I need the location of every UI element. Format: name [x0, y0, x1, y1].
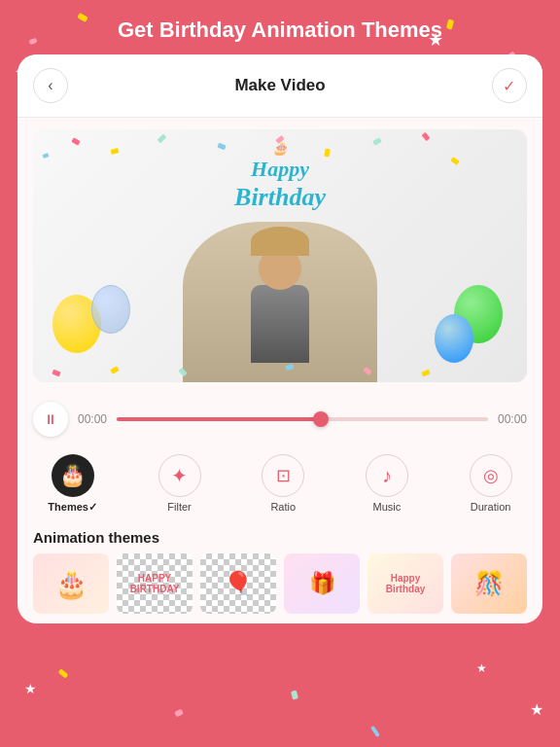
themes-icon: 🎂	[59, 463, 86, 488]
tab-duration[interactable]: ◎ Duration	[462, 450, 520, 517]
confirm-button[interactable]: ✓	[492, 68, 527, 103]
filter-label: Filter	[167, 501, 191, 513]
theme-2-icon: HAPPYBIRTHDAY	[130, 573, 180, 594]
playback-row: ⏸ 00:00 00:00	[33, 402, 527, 437]
tab-filter[interactable]: ✦ Filter	[151, 450, 209, 517]
ratio-icon-bg: ⊡	[262, 454, 304, 497]
duration-label: Duration	[471, 501, 511, 513]
tab-ratio[interactable]: ⊡ Ratio	[254, 450, 312, 517]
duration-icon-bg: ◎	[470, 454, 512, 497]
theme-item-4[interactable]: 🎁	[284, 553, 360, 614]
music-icon-bg: ♪	[366, 454, 408, 497]
main-card: ‹ Make Video ✓ 🎂 Happy Birth	[18, 54, 542, 623]
card-header: ‹ Make Video ✓	[18, 54, 542, 118]
theme-item-3[interactable]: 🎈	[200, 553, 276, 614]
birthday-text-overlay: 🎂 Happy Birthday	[234, 141, 326, 212]
themes-label: Themes✓	[48, 501, 97, 514]
theme-5-icon: HappyBirthday	[386, 573, 426, 594]
progress-bar[interactable]	[117, 417, 488, 421]
theme-item-5[interactable]: HappyBirthday	[368, 553, 443, 614]
themes-row: 🎂 HAPPYBIRTHDAY 🎈 🎁 HappyBirthday 🎊	[33, 553, 527, 614]
video-preview: 🎂 Happy Birthday	[33, 129, 527, 382]
playback-controls: ⏸ 00:00 00:00	[18, 394, 542, 443]
progress-fill	[117, 417, 321, 421]
theme-6-icon: 🎊	[474, 570, 504, 597]
theme-1-icon: 🎂	[54, 568, 88, 600]
progress-thumb[interactable]	[313, 411, 329, 427]
music-icon: ♪	[382, 465, 392, 487]
balloon-blue	[435, 314, 473, 363]
animation-themes-section: Animation themes 🎂 HAPPYBIRTHDAY 🎈 🎁 Hap…	[18, 523, 542, 623]
tab-music[interactable]: ♪ Music	[358, 450, 416, 517]
theme-4-icon: 🎁	[309, 571, 335, 596]
theme-item-6[interactable]: 🎊	[451, 553, 527, 614]
filter-icon-bg: ✦	[158, 454, 201, 497]
themes-icon-bg: 🎂	[52, 454, 94, 497]
tab-themes[interactable]: 🎂 Themes✓	[40, 450, 105, 517]
tool-tabs: 🎂 Themes✓ ✦ Filter ⊡ Ratio ♪ Music	[18, 443, 542, 523]
back-icon: ‹	[48, 77, 52, 94]
card-title: Make Video	[234, 76, 325, 95]
duration-icon: ◎	[483, 465, 499, 486]
ratio-icon: ⊡	[276, 465, 291, 486]
pause-icon: ⏸	[44, 411, 57, 427]
page-title: Get Birthday Animation Themes	[0, 0, 560, 54]
current-time: 00:00	[78, 412, 107, 426]
pause-button[interactable]: ⏸	[33, 402, 68, 437]
back-button[interactable]: ‹	[33, 68, 68, 103]
ratio-label: Ratio	[270, 501, 296, 513]
themes-section-title: Animation themes	[33, 529, 527, 546]
check-icon: ✓	[503, 77, 515, 95]
theme-item-2[interactable]: HAPPYBIRTHDAY	[117, 553, 192, 614]
balloon-transparent	[91, 285, 130, 334]
filter-icon: ✦	[171, 464, 188, 487]
end-time: 00:00	[498, 412, 527, 426]
theme-3-icon: 🎈	[224, 570, 253, 597]
video-placeholder: 🎂 Happy Birthday	[33, 129, 527, 382]
theme-item-1[interactable]: 🎂	[33, 553, 109, 614]
music-label: Music	[373, 501, 402, 513]
